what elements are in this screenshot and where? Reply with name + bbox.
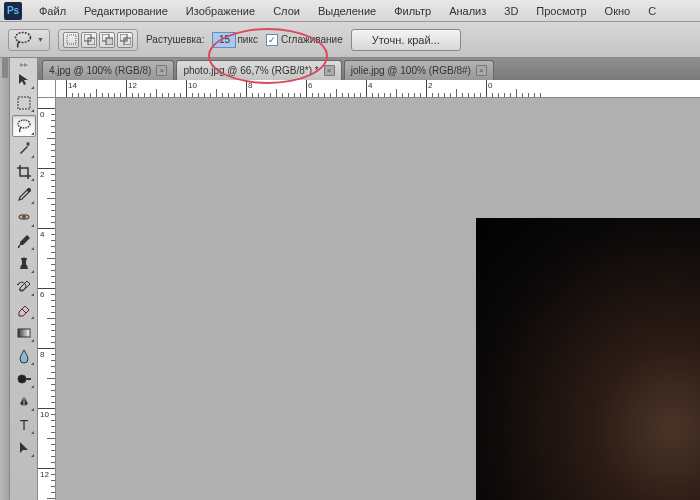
clone-stamp-tool[interactable] [12, 253, 36, 275]
type-tool[interactable]: T [12, 414, 36, 436]
svg-point-0 [16, 32, 31, 42]
tab-label: 4.jpg @ 100% (RGB/8) [49, 65, 151, 76]
menu-edit[interactable]: Редактирование [75, 3, 177, 19]
blur-tool[interactable] [12, 345, 36, 367]
menu-3d[interactable]: 3D [495, 3, 527, 19]
selection-intersect[interactable] [117, 32, 133, 48]
toolbox: ▸▸ T [10, 58, 38, 500]
healing-brush-tool[interactable] [12, 207, 36, 229]
svg-point-14 [21, 258, 27, 261]
ruler-horizontal[interactable]: 14121086420 [56, 80, 700, 98]
feather-input[interactable] [212, 32, 236, 48]
selection-mode-group [58, 29, 138, 51]
svg-rect-9 [18, 97, 30, 109]
history-brush-tool[interactable] [12, 276, 36, 298]
document-tab[interactable]: 4.jpg @ 100% (RGB/8) × [42, 60, 174, 80]
svg-rect-1 [67, 35, 76, 44]
tab-label: jolie.jpg @ 100% (RGB/8#) [351, 65, 471, 76]
menu-window[interactable]: Окно [596, 3, 640, 19]
workspace: ▸▸ T 4.jpg @ 100% (RGB/8) × photo.jpg @ … [0, 58, 700, 500]
eyedropper-tool[interactable] [12, 184, 36, 206]
svg-rect-17 [26, 378, 31, 380]
dodge-tool[interactable] [12, 368, 36, 390]
svg-rect-15 [18, 329, 30, 337]
selection-new[interactable] [63, 32, 79, 48]
document-tab-bar: 4.jpg @ 100% (RGB/8) × photo.jpg @ 66,7%… [38, 58, 700, 80]
pen-tool[interactable] [12, 391, 36, 413]
antialias-checkbox[interactable]: ✓ [266, 34, 278, 46]
magic-wand-tool[interactable] [12, 138, 36, 160]
move-tool[interactable] [12, 69, 36, 91]
feather-label: Растушевка: [146, 34, 204, 45]
chevron-down-icon: ▼ [37, 32, 45, 48]
document-tab[interactable]: jolie.jpg @ 100% (RGB/8#) × [344, 60, 494, 80]
close-icon[interactable]: × [324, 65, 335, 76]
close-icon[interactable]: × [476, 65, 487, 76]
refine-edge-button[interactable]: Уточн. край... [351, 29, 461, 51]
menu-bar: Ps Файл Редактирование Изображение Слои … [0, 0, 700, 22]
menu-filter[interactable]: Фильтр [385, 3, 440, 19]
canvas-viewport[interactable] [56, 98, 700, 500]
toolbox-grip[interactable]: ▸▸ [12, 60, 35, 68]
menu-analysis[interactable]: Анализ [440, 3, 495, 19]
svg-rect-5 [106, 38, 113, 45]
menu-help[interactable]: С [639, 3, 665, 19]
document-area: 4.jpg @ 100% (RGB/8) × photo.jpg @ 66,7%… [38, 58, 700, 500]
close-icon[interactable]: × [156, 65, 167, 76]
tool-preset-picker[interactable]: ▼ [8, 29, 50, 51]
marquee-tool[interactable] [12, 92, 36, 114]
selection-add[interactable] [81, 32, 97, 48]
options-bar: ▼ Растушевка: пикс ✓ Сглаживание Уточн. … [0, 22, 700, 58]
menu-view[interactable]: Просмотр [527, 3, 595, 19]
lasso-tool[interactable] [12, 115, 36, 137]
selection-subtract[interactable] [99, 32, 115, 48]
crop-tool[interactable] [12, 161, 36, 183]
ruler-vertical[interactable]: 024681012 [38, 98, 56, 500]
path-selection-tool[interactable] [12, 437, 36, 459]
menu-layers[interactable]: Слои [264, 3, 309, 19]
svg-text:T: T [20, 417, 29, 433]
collapsed-panel-left[interactable] [0, 58, 10, 500]
svg-point-10 [18, 120, 30, 128]
eraser-tool[interactable] [12, 299, 36, 321]
canvas-image [476, 218, 700, 500]
feather-unit: пикс [237, 34, 258, 45]
document-tab[interactable]: photo.jpg @ 66,7% (RGB/8*) * × [176, 60, 341, 80]
svg-point-16 [18, 375, 26, 383]
app-logo: Ps [4, 2, 22, 20]
svg-rect-8 [124, 38, 127, 41]
gradient-tool[interactable] [12, 322, 36, 344]
lasso-icon [13, 32, 33, 48]
brush-tool[interactable] [12, 230, 36, 252]
svg-point-11 [27, 188, 31, 192]
menu-file[interactable]: Файл [30, 3, 75, 19]
antialias-label: Сглаживание [281, 34, 343, 45]
menu-image[interactable]: Изображение [177, 3, 264, 19]
menu-select[interactable]: Выделение [309, 3, 385, 19]
ruler-origin[interactable] [38, 80, 56, 98]
tab-label: photo.jpg @ 66,7% (RGB/8*) * [183, 65, 318, 76]
